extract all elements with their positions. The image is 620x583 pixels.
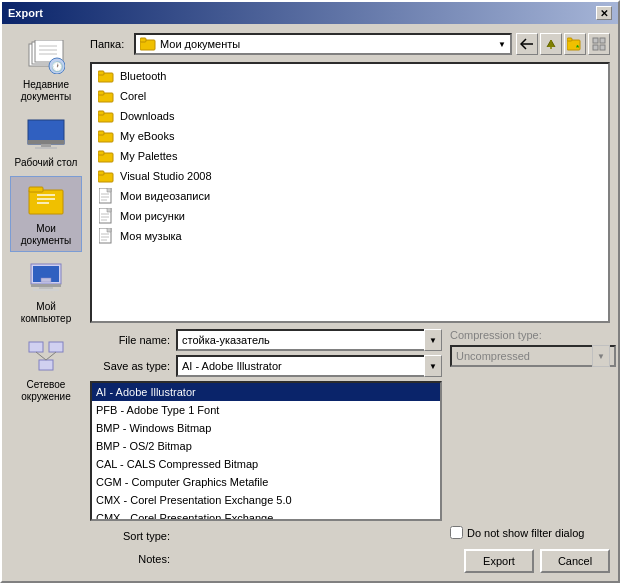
- filter-checkbox-label[interactable]: Do not show filter dialog: [467, 527, 584, 539]
- saveas-dropdown-list[interactable]: AI - Adobe IllustratorPFB - Adobe Type 1…: [90, 381, 442, 521]
- view-icon: [592, 37, 606, 51]
- file-item[interactable]: Bluetooth: [94, 66, 606, 86]
- file-item[interactable]: Мои видеозаписи: [94, 186, 606, 206]
- view-button[interactable]: [588, 33, 610, 55]
- svg-rect-11: [35, 147, 57, 149]
- svg-rect-42: [98, 91, 104, 95]
- svg-rect-13: [29, 187, 43, 192]
- compression-label: Compression type:: [450, 329, 610, 341]
- recent-icon: 🕐: [26, 37, 66, 77]
- new-folder-button[interactable]: *: [564, 33, 586, 55]
- svg-rect-38: [600, 45, 605, 50]
- file-name: My Palettes: [120, 150, 177, 162]
- filename-input[interactable]: [176, 329, 442, 351]
- file-name: My eBooks: [120, 130, 174, 142]
- filter-checkbox[interactable]: [450, 526, 463, 539]
- sidebar-item-network[interactable]: Сетевое окружение: [10, 332, 82, 408]
- svg-rect-20: [39, 287, 53, 289]
- sidebar: 🕐 Недавние документы Рабочий стол: [10, 32, 82, 573]
- svg-rect-46: [98, 131, 104, 135]
- filename-row: File name: ▼: [90, 329, 442, 351]
- sidebar-item-recent-label: Недавние документы: [13, 79, 79, 103]
- export-dialog: Export ✕ 🕐: [0, 0, 620, 583]
- svg-rect-19: [31, 284, 61, 287]
- folder-label: Папка:: [90, 38, 130, 50]
- doc-icon: [99, 208, 113, 224]
- svg-rect-22: [41, 278, 51, 282]
- svg-rect-25: [39, 360, 53, 370]
- folder-icon: [140, 37, 156, 51]
- svg-line-26: [36, 352, 46, 360]
- filename-input-wrapper: ▼: [176, 329, 442, 351]
- current-folder-name: Мои документы: [160, 38, 240, 50]
- title-bar: Export ✕: [2, 2, 618, 24]
- file-item[interactable]: My Palettes: [94, 146, 606, 166]
- sidebar-item-mydocs[interactable]: Мои документы: [10, 176, 82, 252]
- file-name: Corel: [120, 90, 146, 102]
- saveas-option[interactable]: BMP - OS/2 Bitmap: [92, 437, 440, 455]
- saveas-dropdown-btn[interactable]: ▼: [424, 355, 442, 377]
- sidebar-item-recent[interactable]: 🕐 Недавние документы: [10, 32, 82, 108]
- sidebar-item-desktop[interactable]: Рабочий стол: [10, 110, 82, 174]
- file-item[interactable]: My eBooks: [94, 126, 606, 146]
- export-button[interactable]: Export: [464, 549, 534, 573]
- file-item[interactable]: Corel: [94, 86, 606, 106]
- sidebar-item-network-label: Сетевое окружение: [13, 379, 79, 403]
- compression-dropdown-btn: ▼: [592, 345, 610, 367]
- up-button[interactable]: [540, 33, 562, 55]
- saveas-label: Save as type:: [90, 360, 170, 372]
- file-item[interactable]: Мои рисунки: [94, 206, 606, 226]
- svg-rect-44: [98, 111, 104, 115]
- folder-icon: [98, 130, 114, 143]
- new-folder-icon: *: [567, 37, 583, 51]
- main-area: Папка: Мои документы ▼: [90, 32, 610, 573]
- doc-icon: [99, 188, 113, 204]
- svg-rect-35: [593, 38, 598, 43]
- file-icon: [98, 128, 114, 144]
- window-title: Export: [8, 7, 43, 19]
- cancel-button[interactable]: Cancel: [540, 549, 610, 573]
- file-item[interactable]: Visual Studio 2008: [94, 166, 606, 186]
- close-button[interactable]: ✕: [596, 6, 612, 20]
- checkbox-row: Do not show filter dialog: [450, 526, 610, 539]
- file-icon: [98, 108, 114, 124]
- sidebar-item-desktop-label: Рабочий стол: [15, 157, 78, 169]
- mycomputer-icon: [26, 259, 66, 299]
- network-icon: [26, 337, 66, 377]
- folder-icon: [98, 110, 114, 123]
- folder-icon: [98, 150, 114, 163]
- folder-dropdown[interactable]: Мои документы ▼: [134, 33, 512, 55]
- saveas-input[interactable]: [176, 355, 442, 377]
- file-name: Моя музыка: [120, 230, 182, 242]
- svg-rect-29: [140, 38, 146, 42]
- file-name: Downloads: [120, 110, 174, 122]
- folder-dropdown-arrow: ▼: [498, 40, 506, 49]
- saveas-option[interactable]: CMX - Corel Presentation Exchange: [92, 509, 440, 521]
- file-icon: [98, 188, 114, 204]
- saveas-option[interactable]: PFB - Adobe Type 1 Font: [92, 401, 440, 419]
- back-button[interactable]: [516, 33, 538, 55]
- folder-icon: [98, 170, 114, 183]
- file-icon: [98, 228, 114, 244]
- saveas-option[interactable]: CGM - Computer Graphics Metafile: [92, 473, 440, 491]
- notes-row: Notes:: [90, 551, 442, 573]
- file-item[interactable]: Downloads: [94, 106, 606, 126]
- saveas-option[interactable]: AI - Adobe Illustrator: [92, 383, 440, 401]
- svg-rect-9: [28, 140, 64, 144]
- saveas-option[interactable]: CMX - Corel Presentation Exchange 5.0: [92, 491, 440, 509]
- file-list[interactable]: Bluetooth Corel Downloads My eBooks My P…: [90, 62, 610, 323]
- file-name: Visual Studio 2008: [120, 170, 212, 182]
- svg-rect-36: [600, 38, 605, 43]
- saveas-option[interactable]: BMP - Windows Bitmap: [92, 419, 440, 437]
- sidebar-item-mycomputer[interactable]: Мой компьютер: [10, 254, 82, 330]
- sort-label: Sort type:: [90, 530, 170, 542]
- back-icon: [520, 38, 534, 50]
- svg-rect-40: [98, 71, 104, 75]
- filename-dropdown-btn[interactable]: ▼: [424, 329, 442, 351]
- sort-row: Sort type:: [90, 525, 442, 547]
- saveas-input-wrapper: ▼: [176, 355, 442, 377]
- bottom-section: File name: ▼ Save as type: ▼: [90, 329, 610, 573]
- file-name: Bluetooth: [120, 70, 166, 82]
- file-item[interactable]: Моя музыка: [94, 226, 606, 246]
- saveas-option[interactable]: CAL - CALS Compressed Bitmap: [92, 455, 440, 473]
